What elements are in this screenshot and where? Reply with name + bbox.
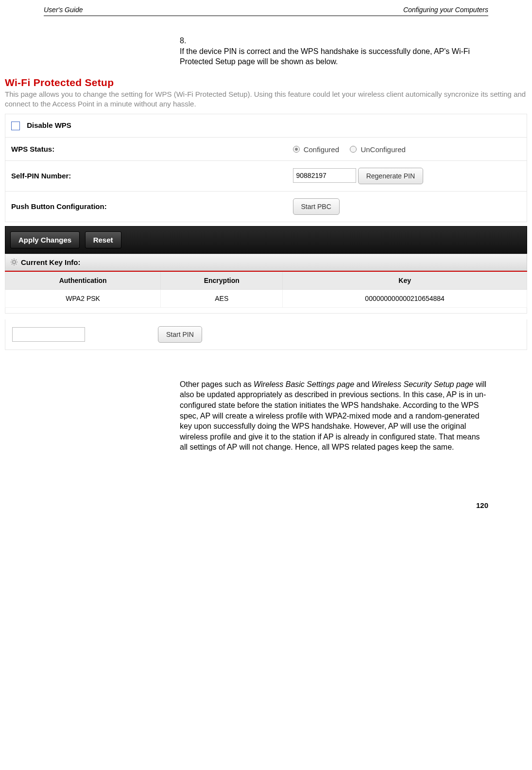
gear-icon (10, 258, 18, 266)
start-pbc-button[interactable]: Start PBC (293, 198, 340, 215)
action-bar: Apply Changes Reset (5, 226, 527, 254)
pbc-label: Push Button Configuration: (5, 191, 287, 222)
client-pin-row: Start PIN (5, 319, 527, 350)
svg-point-0 (13, 261, 16, 263)
col-key: Key (283, 271, 527, 290)
svg-line-6 (16, 264, 17, 265)
wps-status-label: WPS Status: (5, 138, 287, 161)
disable-wps-label: Disable WPS (27, 121, 71, 129)
self-pin-label: Self-PIN Number: (5, 160, 287, 191)
col-auth: Authentication (5, 271, 161, 290)
regenerate-pin-button[interactable]: Regenerate PIN (358, 168, 423, 184)
header-left: User's Guide (44, 6, 83, 14)
page-number: 120 (0, 462, 532, 519)
self-pin-row: Self-PIN Number: Regenerate PIN (5, 160, 527, 191)
pbc-row: Push Button Configuration: Start PBC (5, 191, 527, 222)
apply-changes-button[interactable]: Apply Changes (10, 231, 80, 248)
follow-part3: will also be updated appropriately as de… (180, 380, 486, 452)
wps-config-table: Disable WPS WPS Status: Configured UnCon… (5, 114, 527, 222)
follow-up-text: Other pages such as Wireless Basic Setti… (0, 350, 532, 462)
radio-unconfigured[interactable] (350, 146, 357, 153)
follow-part2: and (354, 380, 372, 388)
page-header: User's Guide Configuring your Computers (44, 0, 488, 16)
svg-line-8 (16, 260, 17, 261)
reset-button[interactable]: Reset (85, 231, 121, 248)
step-content: If the device PIN is correct and the WPS… (180, 46, 473, 67)
radio-unconfigured-label: UnConfigured (360, 145, 406, 154)
client-pin-input[interactable] (12, 327, 85, 342)
follow-italic2: Wireless Security Setup page (372, 380, 474, 388)
svg-line-5 (12, 260, 13, 261)
wps-description: This page allows you to change the setti… (5, 89, 527, 109)
key-info-title: Current Key Info: (21, 258, 81, 266)
wps-title: Wi-Fi Protected Setup (5, 77, 527, 88)
key-info-table: Authentication Encryption Key WPA2 PSK A… (5, 271, 527, 308)
disable-wps-row: Disable WPS (5, 114, 527, 138)
wps-status-row: WPS Status: Configured UnConfigured (5, 138, 527, 161)
cell-enc: AES (161, 289, 283, 307)
step-number: 8. (180, 35, 193, 46)
key-table-row: WPA2 PSK AES 000000000000210654884 (5, 289, 527, 307)
cell-auth: WPA2 PSK (5, 289, 161, 307)
follow-part1: Other pages such as (180, 380, 254, 388)
radio-configured-label: Configured (304, 145, 339, 154)
header-right: Configuring your Computers (403, 6, 488, 14)
follow-italic1: Wireless Basic Settings page (254, 380, 354, 388)
wps-panel: Wi-Fi Protected Setup This page allows y… (5, 77, 527, 350)
svg-line-7 (12, 264, 13, 265)
self-pin-input[interactable] (293, 168, 356, 183)
col-enc: Encryption (161, 271, 283, 290)
step-text-block: 8. If the device PIN is correct and the … (0, 16, 532, 77)
current-key-info-header: Current Key Info: (5, 254, 527, 271)
radio-configured[interactable] (293, 146, 300, 153)
cell-key: 000000000000210654884 (283, 289, 527, 307)
start-pin-button[interactable]: Start PIN (158, 326, 202, 343)
disable-wps-checkbox[interactable] (11, 122, 20, 130)
